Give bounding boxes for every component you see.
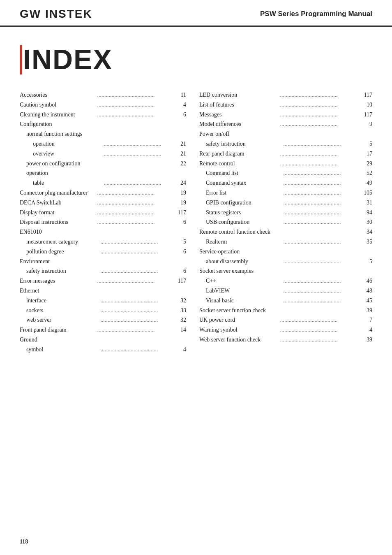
page-number: 118 bbox=[20, 539, 28, 545]
entry-page: 46 bbox=[361, 276, 372, 286]
entry-dots: ........................................ bbox=[284, 208, 360, 218]
entry-label: C++ bbox=[199, 276, 282, 286]
entry-label: USB configuration bbox=[199, 217, 282, 227]
list-item: Remote control..........................… bbox=[199, 159, 372, 169]
entry-dots: ........................................ bbox=[284, 178, 360, 188]
entry-label: pollution degree bbox=[20, 247, 99, 257]
entry-label: EN61010 bbox=[20, 227, 186, 237]
entry-dots: ........................................ bbox=[104, 178, 173, 188]
index-columns: Accessories.............................… bbox=[20, 90, 372, 355]
entry-page: 117 bbox=[175, 276, 186, 286]
list-item: Caution symbol..........................… bbox=[20, 100, 186, 110]
entry-label: normal function settings bbox=[20, 129, 186, 139]
entry-dots: ........................................ bbox=[97, 208, 173, 218]
entry-label: Connector plug manufacturer bbox=[20, 188, 96, 198]
entry-label: Messages bbox=[199, 110, 279, 120]
entry-dots: ........................................ bbox=[97, 100, 173, 110]
logo: GW INSTEK bbox=[20, 7, 92, 21]
list-item: List of features........................… bbox=[199, 100, 372, 110]
entry-page: 30 bbox=[361, 217, 372, 227]
index-heading: INDEX bbox=[20, 43, 372, 75]
entry-dots: ........................................ bbox=[284, 217, 360, 227]
entry-page: 24 bbox=[175, 178, 186, 188]
entry-dots: ........................................ bbox=[104, 139, 173, 149]
entry-dots: ........................................ bbox=[97, 217, 173, 227]
list-item: operation...............................… bbox=[20, 139, 186, 149]
list-item: Configuration bbox=[20, 119, 186, 129]
list-item: UK power cord...........................… bbox=[199, 315, 372, 325]
entry-label: Web server function check bbox=[199, 335, 279, 345]
entry-page: 21 bbox=[175, 149, 186, 159]
list-item: about disassembly.......................… bbox=[199, 257, 372, 267]
entry-page: 22 bbox=[175, 159, 186, 169]
list-item: Remote control function check34 bbox=[199, 227, 372, 237]
list-item: Web server function check...............… bbox=[199, 335, 372, 345]
entry-label: Visual basic bbox=[199, 296, 282, 306]
list-item: power on configuration operation22 bbox=[20, 159, 186, 179]
entry-label: Model differences bbox=[199, 119, 279, 129]
list-item: Display format..........................… bbox=[20, 208, 186, 218]
list-item: Error list..............................… bbox=[199, 188, 372, 198]
entry-page: 4 bbox=[361, 325, 372, 335]
list-item: Connector plug manufacturer.............… bbox=[20, 188, 186, 198]
entry-label: Status registers bbox=[199, 208, 282, 218]
list-item: Warning symbol..........................… bbox=[199, 325, 372, 335]
list-item: Rear panel diagram......................… bbox=[199, 149, 372, 159]
entry-dots: ........................................ bbox=[97, 276, 173, 286]
entry-label: power on configuration operation bbox=[20, 159, 101, 179]
entry-dots: ........................................ bbox=[284, 286, 360, 296]
list-item: Socket server function check39 bbox=[199, 306, 372, 316]
entry-page: 32 bbox=[175, 315, 186, 325]
entry-label: LED conversion bbox=[199, 90, 279, 100]
list-item: web server..............................… bbox=[20, 315, 186, 325]
list-item: Visual basic............................… bbox=[199, 296, 372, 306]
entry-label: Rear panel diagram bbox=[199, 149, 279, 159]
list-item: Ground bbox=[20, 335, 186, 345]
list-item: sockets.................................… bbox=[20, 306, 186, 316]
entry-label: Error list bbox=[199, 188, 282, 198]
entry-page: 49 bbox=[361, 178, 372, 188]
entry-page: 45 bbox=[361, 296, 372, 306]
entry-page: 39 bbox=[361, 306, 372, 316]
entry-dots: ........................................ bbox=[280, 325, 360, 335]
entry-dots: ........................................ bbox=[280, 315, 360, 325]
list-item: C++.....................................… bbox=[199, 276, 372, 286]
list-item: GPIB configuration......................… bbox=[199, 198, 372, 208]
entry-page: 4 bbox=[175, 100, 186, 110]
entry-page: 6 bbox=[175, 266, 186, 276]
entry-label: overview bbox=[20, 149, 102, 159]
entry-label: web server bbox=[20, 315, 99, 325]
entry-label: Command list bbox=[199, 168, 282, 178]
list-item: Model differences.......................… bbox=[199, 119, 372, 129]
list-item: Realterm................................… bbox=[199, 237, 372, 247]
entry-dots: ........................................ bbox=[284, 188, 360, 198]
entry-page: 6 bbox=[175, 217, 186, 227]
entry-label: Remote control function check bbox=[199, 227, 280, 237]
list-item: Command list............................… bbox=[199, 168, 372, 178]
entry-label: List of features bbox=[199, 100, 279, 110]
list-item: Error messages..........................… bbox=[20, 276, 186, 286]
entry-label: operation bbox=[20, 139, 102, 149]
list-item: Disposal instructions...................… bbox=[20, 217, 186, 227]
entry-dots: ........................................ bbox=[280, 159, 360, 169]
entry-page: 48 bbox=[361, 286, 372, 296]
list-item: Environment bbox=[20, 257, 186, 267]
list-item: symbol..................................… bbox=[20, 345, 186, 355]
entry-page: 6 bbox=[175, 247, 186, 257]
entry-page: 33 bbox=[175, 306, 186, 316]
list-item: Status registers........................… bbox=[199, 208, 372, 218]
entry-label: Socket server examples bbox=[199, 266, 372, 276]
entry-page: 34 bbox=[361, 227, 372, 237]
entry-page: 52 bbox=[361, 168, 372, 178]
entry-label: Remote control bbox=[199, 159, 279, 169]
list-item: Power on/off bbox=[199, 129, 372, 139]
entry-page: 105 bbox=[361, 188, 372, 198]
entry-label: Disposal instructions bbox=[20, 217, 96, 227]
list-item: USB configuration.......................… bbox=[199, 217, 372, 227]
entry-dots: ........................................ bbox=[280, 335, 360, 345]
entry-page: 5 bbox=[361, 257, 372, 267]
entry-dots: ........................................ bbox=[284, 296, 360, 306]
entry-page: 14 bbox=[175, 325, 186, 335]
right-column: LED conversion..........................… bbox=[196, 90, 372, 355]
entry-page: 117 bbox=[175, 208, 186, 218]
